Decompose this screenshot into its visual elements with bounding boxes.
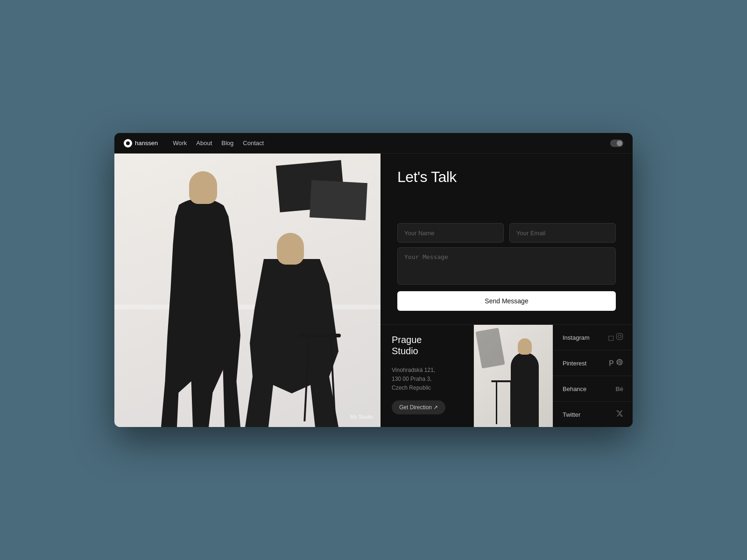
theme-toggle[interactable] — [610, 140, 623, 147]
email-input[interactable] — [509, 223, 616, 243]
right-panel: Let's Talk Send Message Prague Studio — [381, 154, 633, 427]
pinterest-label: Pinterest — [563, 360, 586, 367]
nav-logo[interactable]: hanssen — [124, 139, 158, 147]
stool-leg-right — [330, 337, 336, 421]
stool — [301, 334, 338, 427]
message-input[interactable] — [397, 247, 616, 285]
figure-standing-head — [189, 171, 217, 204]
pinterest-icon — [609, 358, 623, 368]
twitter-label: Twitter — [563, 411, 580, 418]
nav-blog-link[interactable]: Blog — [221, 140, 233, 147]
nav-work-link[interactable]: Work — [173, 140, 187, 147]
studio-info: Prague Studio Vinohradská 121, 130 00 Pr… — [381, 325, 474, 427]
thumb-head — [518, 338, 532, 355]
contact-area: Let's Talk Send Message — [381, 154, 633, 324]
thumb-stool-seat — [491, 380, 517, 382]
instagram-label: Instagram — [563, 334, 590, 341]
nav-about-link[interactable]: About — [196, 140, 212, 147]
dark-rect-2 — [310, 180, 367, 220]
left-panel: My Studio — [114, 154, 381, 427]
form-name-email-row — [397, 223, 616, 243]
send-button[interactable]: Send Message — [397, 291, 616, 311]
stool-leg-left — [303, 337, 310, 421]
behance-icon: Bé — [615, 385, 623, 392]
logo-text: hanssen — [135, 140, 158, 147]
nav-contact-link[interactable]: Contact — [243, 140, 264, 147]
stool-seat — [299, 334, 341, 337]
name-input[interactable] — [397, 223, 504, 243]
page-title: Let's Talk — [397, 168, 616, 186]
studio-image: My Studio — [114, 154, 381, 427]
get-direction-button[interactable]: Get Direction ↗ — [392, 400, 445, 414]
studio-caption: My Studio — [350, 414, 373, 420]
svg-point-1 — [618, 335, 621, 338]
social-item-twitter[interactable]: Twitter — [553, 402, 633, 427]
svg-rect-0 — [616, 333, 622, 339]
studio-address: Vinohradská 121, 130 00 Praha 3, Czech R… — [392, 366, 462, 393]
behance-label: Behance — [563, 385, 586, 392]
main-content: My Studio Let's Talk Send Message — [114, 154, 633, 427]
thumb-stool — [492, 380, 515, 427]
nav-links: Work About Blog Contact — [173, 140, 264, 147]
studio-name: Prague Studio — [392, 334, 462, 357]
social-item-behance[interactable]: Behance Bé — [553, 376, 633, 402]
instagram-icon — [608, 333, 623, 342]
svg-point-2 — [621, 335, 621, 335]
social-item-instagram[interactable]: Instagram — [553, 325, 633, 350]
bottom-row: Prague Studio Vinohradská 121, 130 00 Pr… — [381, 324, 633, 427]
thumb-stool-leg-left — [496, 382, 497, 424]
logo-icon — [124, 139, 132, 147]
figure-seated-head — [277, 233, 304, 265]
social-item-pinterest[interactable]: Pinterest — [553, 350, 633, 376]
social-links: Instagram Pinterest — [553, 325, 633, 427]
thumb-stool-leg-right — [510, 382, 512, 424]
twitter-icon — [616, 410, 623, 419]
browser-window: hanssen Work About Blog Contact — [114, 133, 633, 427]
navigation-bar: hanssen Work About Blog Contact — [114, 133, 633, 154]
studio-thumbnail — [474, 325, 553, 427]
